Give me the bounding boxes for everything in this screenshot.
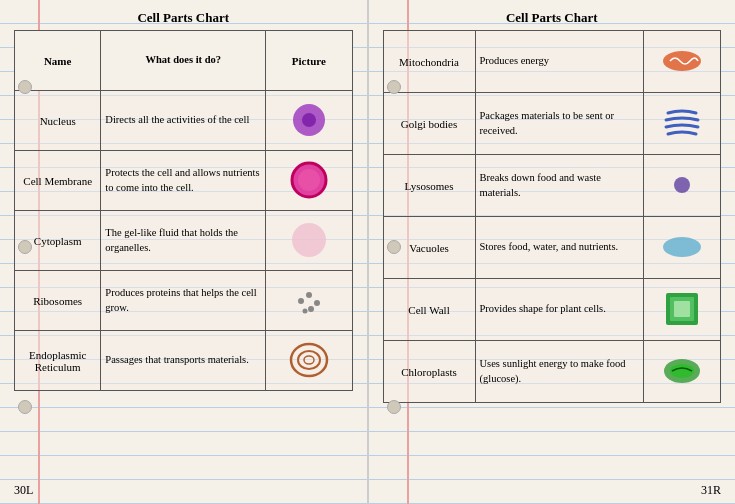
svg-point-3 (298, 169, 320, 191)
hole-punch-r1 (387, 80, 401, 94)
left-page-title: Cell Parts Chart (14, 10, 353, 26)
svg-point-14 (674, 177, 690, 193)
col-header-desc: What does it do? (101, 31, 266, 91)
cell-part-picture (266, 151, 352, 211)
table-row: NucleusDirects all the activities of the… (15, 91, 353, 151)
cell-part-name: Nucleus (15, 91, 101, 151)
cell-part-name: Chloroplasts (383, 341, 475, 403)
svg-point-8 (308, 306, 314, 312)
table-row: VacuolesStores food, water, and nutrient… (383, 217, 721, 279)
svg-point-11 (298, 351, 320, 369)
left-page-num: 30L (14, 483, 33, 498)
left-table: Name What does it do? Picture NucleusDir… (14, 30, 353, 391)
cell-part-name: Golgi bodies (383, 93, 475, 155)
svg-point-6 (306, 292, 312, 298)
hole-punch-2 (18, 240, 32, 254)
table-row: LysosomesBreaks down food and waste mate… (383, 155, 721, 217)
cell-part-picture (644, 341, 721, 403)
cell-part-picture (266, 211, 352, 271)
cell-part-name: Endoplasmic Reticulum (15, 331, 101, 391)
svg-point-15 (663, 237, 701, 257)
svg-point-9 (302, 308, 307, 313)
cell-part-picture (644, 217, 721, 279)
cell-part-desc: Stores food, water, and nutrients. (475, 217, 644, 279)
cell-part-picture (644, 279, 721, 341)
cell-part-name: Ribosomes (15, 271, 101, 331)
hole-punch-3 (18, 400, 32, 414)
cell-part-desc: Produces proteins that helps the cell gr… (101, 271, 266, 331)
cell-part-desc: Uses sunlight energy to make food (gluco… (475, 341, 644, 403)
cell-part-picture (644, 31, 721, 93)
right-page: Cell Parts Chart MitochondriaProduces en… (368, 0, 736, 504)
svg-rect-18 (674, 301, 690, 317)
hole-punch-1 (18, 80, 32, 94)
cell-part-desc: Passages that transports materials. (101, 331, 266, 391)
cell-part-desc: The gel-like fluid that holds the organe… (101, 211, 266, 271)
cell-part-picture (266, 91, 352, 151)
svg-point-1 (302, 113, 316, 127)
cell-part-picture (266, 271, 352, 331)
svg-point-4 (292, 223, 326, 257)
svg-point-12 (304, 356, 314, 364)
right-page-num: 31R (701, 483, 721, 498)
svg-point-5 (298, 298, 304, 304)
svg-point-13 (663, 51, 701, 71)
right-page-title: Cell Parts Chart (383, 10, 722, 26)
cell-part-desc: Directs all the activities of the cell (101, 91, 266, 151)
hole-punch-r2 (387, 240, 401, 254)
hole-punch-r3 (387, 400, 401, 414)
cell-part-name: Cell Wall (383, 279, 475, 341)
svg-point-20 (670, 364, 694, 378)
cell-part-picture (644, 93, 721, 155)
cell-part-desc: Protects the cell and allows nutrients t… (101, 151, 266, 211)
table-row: CytoplasmThe gel-like fluid that holds t… (15, 211, 353, 271)
cell-part-name: Lysosomes (383, 155, 475, 217)
table-row: Golgi bodiesPackages materials to be sen… (383, 93, 721, 155)
cell-part-desc: Provides shape for plant cells. (475, 279, 644, 341)
cell-part-desc: Breaks down food and waste materials. (475, 155, 644, 217)
cell-part-desc: Produces energy (475, 31, 644, 93)
svg-point-7 (314, 300, 320, 306)
col-header-picture: Picture (266, 31, 352, 91)
table-row: MitochondriaProduces energy (383, 31, 721, 93)
cell-part-desc: Packages materials to be sent or receive… (475, 93, 644, 155)
table-row: Cell MembraneProtects the cell and allow… (15, 151, 353, 211)
right-table: MitochondriaProduces energy Golgi bodies… (383, 30, 722, 403)
table-row: RibosomesProduces proteins that helps th… (15, 271, 353, 331)
svg-point-10 (291, 344, 327, 376)
table-row: Cell WallProvides shape for plant cells. (383, 279, 721, 341)
cell-part-picture (266, 331, 352, 391)
table-row: Endoplasmic ReticulumPassages that trans… (15, 331, 353, 391)
cell-part-name: Cell Membrane (15, 151, 101, 211)
left-page: Cell Parts Chart Name What does it do? P… (0, 0, 368, 504)
cell-part-picture (644, 155, 721, 217)
table-row: ChloroplastsUses sunlight energy to make… (383, 341, 721, 403)
